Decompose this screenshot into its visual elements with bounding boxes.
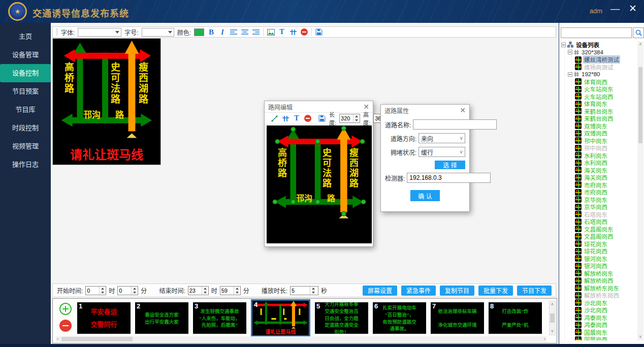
delete-icon[interactable] <box>300 27 308 37</box>
device-tree-node[interactable]: 双博岗西 <box>560 130 637 137</box>
dialog-titlebar[interactable]: 道路属性 ✕ <box>381 105 469 116</box>
device-tree-node[interactable]: 解放桥东岗西 <box>560 292 637 299</box>
scroll-down-icon[interactable]: ˅ <box>550 329 555 334</box>
close-icon[interactable]: ✕ <box>363 103 369 110</box>
length-stepper[interactable] <box>339 114 360 123</box>
end-minute-stepper[interactable] <box>220 286 241 295</box>
device-search-input[interactable] <box>561 27 632 38</box>
device-tree-node[interactable]: 水利岗东 <box>560 152 637 160</box>
device-tree-node[interactable]: 鸿泰岗东 <box>560 314 637 322</box>
device-tree-node[interactable]: 琼花岗西 <box>560 247 637 255</box>
bold-button[interactable]: B <box>207 27 215 37</box>
end-hour-stepper[interactable] <box>188 286 209 295</box>
device-tree-node[interactable]: 琼花岗东 <box>560 240 637 248</box>
device-tree-node[interactable]: 水利岗西 <box>560 159 637 167</box>
remove-program-button[interactable] <box>59 320 72 332</box>
size-select[interactable] <box>142 28 174 37</box>
dialog-titlebar[interactable]: 路网编辑 ✕ <box>265 101 373 112</box>
device-tree-node[interactable]: 螺丝湾桥测试 <box>560 56 637 64</box>
device-tree-node[interactable]: 邗中岗东 <box>560 137 637 145</box>
scroll-up-icon[interactable]: ˄ <box>638 42 642 47</box>
image-icon[interactable] <box>267 27 275 37</box>
device-tree-node[interactable]: 火车站岗东 <box>560 85 637 93</box>
road-direction-select[interactable]: 来向˅ <box>418 133 465 143</box>
device-tree-node[interactable]: 沙北岗东 <box>560 299 637 307</box>
tree-expander-icon[interactable] <box>568 50 572 54</box>
scroll-down-icon[interactable]: ˅ <box>638 335 642 339</box>
device-tree-node[interactable]: 市府岗东 <box>560 181 637 189</box>
action-button[interactable]: 紧急事件 <box>401 286 436 296</box>
line-tool-icon[interactable] <box>270 114 278 123</box>
program-thumbnail[interactable]: 6 扎实开展电动车 “百日整治”， 有效预防道路交 通事故。 <box>373 302 426 334</box>
device-tree-node[interactable]: 沙北岗西 <box>560 306 637 314</box>
sidebar-item[interactable]: 节目预案 <box>0 82 51 101</box>
confirm-button[interactable]: 确 认 <box>410 190 440 201</box>
sidebar-item[interactable]: 时段控制 <box>0 119 51 137</box>
italic-button[interactable]: I <box>218 27 227 37</box>
user-name[interactable]: adm <box>590 7 602 15</box>
device-tree-node[interactable]: 双博岗东 <box>560 122 637 130</box>
scrollbar-thumb[interactable] <box>638 67 642 143</box>
end-minute-input[interactable] <box>220 287 234 295</box>
device-tree-node[interactable]: 邗中岗西 <box>560 144 637 152</box>
road-tool-icon[interactable] <box>281 114 289 123</box>
device-tree-node[interactable]: 来鹤台岗东 <box>560 108 637 115</box>
program-thumbnail[interactable]: 7 依法治理非标车辆 净化城市交通环境 <box>431 302 484 334</box>
device-tree-node[interactable]: 维扬岗测试 <box>560 64 637 71</box>
text-tool-icon[interactable]: T <box>278 27 286 37</box>
tree-expander-icon[interactable] <box>561 43 566 47</box>
sidebar-item[interactable]: 设备管理 <box>0 46 51 64</box>
device-tree-node[interactable]: 文昌阁岗东 <box>560 226 637 233</box>
scrollbar-thumb[interactable] <box>550 313 555 323</box>
tree-scrollbar[interactable]: ˄ ˅ <box>637 41 643 340</box>
length-input[interactable] <box>340 114 353 122</box>
align-left-icon[interactable] <box>230 27 238 37</box>
duration-input[interactable] <box>291 287 310 295</box>
sign-preview[interactable]: 高桥路 史可法路 瘦西湖路 邗沟 路 请礼让斑马线 <box>52 38 161 165</box>
device-tree-node[interactable]: 石塔岗东 <box>560 211 637 218</box>
end-hour-input[interactable] <box>188 287 202 295</box>
device-tree-node[interactable]: 320*384 <box>560 49 637 56</box>
font-select[interactable] <box>78 28 121 37</box>
detector-input[interactable] <box>407 173 491 183</box>
device-tree-node[interactable]: 鸿泰岗西 <box>560 321 637 329</box>
start-hour-input[interactable] <box>86 287 99 295</box>
close-icon[interactable]: ✕ <box>460 107 466 114</box>
scroll-up-icon[interactable]: ˄ <box>550 302 555 307</box>
minimize-button[interactable]: — <box>610 4 620 13</box>
device-tree-node[interactable]: 解放桥岗东 <box>560 270 637 277</box>
road-name-input[interactable] <box>413 119 497 130</box>
program-thumbnail[interactable]: 4 <box>251 299 310 337</box>
device-tree-root[interactable]: 设备列表 <box>560 41 637 49</box>
scroll-right-icon[interactable]: › <box>543 337 546 341</box>
scrollbar-thumb[interactable] <box>61 337 133 341</box>
action-button[interactable]: 批量下发 <box>478 286 513 296</box>
road-editor-canvas[interactable]: 高桥路 史可法路 瘦西湖路 邗沟 路 请礼让斑马线 <box>267 125 372 243</box>
device-tree-node[interactable]: 国展岗东 <box>560 329 637 336</box>
program-thumbnail[interactable]: 3 发生轻微交通事故 “人未伤，车能动， 先拍照，后撤离” <box>193 302 246 334</box>
thumbnail-horizontal-scrollbar[interactable]: ‹ › <box>56 336 546 342</box>
device-tree-node[interactable]: 京华岗东 <box>560 196 637 204</box>
action-button[interactable]: 节目下发 <box>517 286 552 296</box>
device-tree-node[interactable]: 石塔岗西 <box>560 218 637 226</box>
start-minute-stepper[interactable] <box>117 286 138 295</box>
device-tree-node[interactable]: 解放桥东岗东 <box>560 285 637 292</box>
add-program-button[interactable] <box>59 303 72 315</box>
search-button[interactable] <box>633 27 644 38</box>
sidebar-item[interactable]: 视频管理 <box>0 137 51 155</box>
save-icon[interactable] <box>315 27 323 37</box>
program-thumbnail[interactable]: 2 春运安全连万家 出行平安靠大家 <box>135 302 188 334</box>
device-tree-node[interactable]: 市府岗西 <box>560 188 637 196</box>
start-hour-stepper[interactable] <box>85 286 106 295</box>
color-swatch[interactable] <box>194 28 204 36</box>
toolbar-grip[interactable] <box>56 28 58 36</box>
program-thumbnail[interactable]: 1 平安春运 交警同行 <box>77 302 131 334</box>
device-tree-node[interactable]: 192*80 <box>560 71 637 78</box>
select-button[interactable]: 选 择 <box>435 161 465 169</box>
device-tree-node[interactable]: 体育岗东 <box>560 100 637 108</box>
road-tool-icon[interactable] <box>289 27 297 37</box>
device-tree-node[interactable]: 银河岗东 <box>560 255 637 263</box>
program-thumbnail[interactable]: 5 大力开展秋冬季 交通安全整治百 日会战，全力稳 定道路交通安全 形势！ <box>315 302 368 334</box>
device-tree-node[interactable]: 文昌阁岗西 <box>560 233 637 240</box>
sidebar-item[interactable]: 节目库 <box>0 101 51 119</box>
